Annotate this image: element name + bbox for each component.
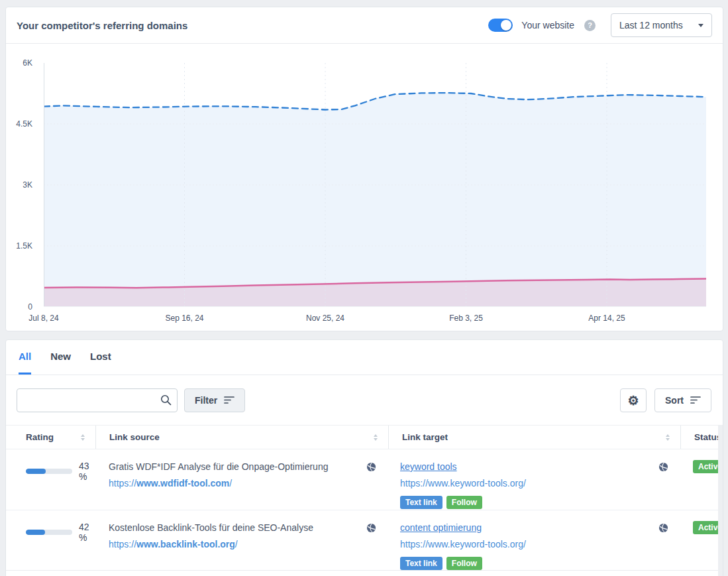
globe-icon[interactable]	[658, 523, 668, 570]
search-wrap	[17, 388, 178, 412]
tab-new[interactable]: New	[50, 340, 71, 374]
link-source-url[interactable]: https://www.wdfidf-tool.com/	[109, 477, 328, 490]
card-header: Your competitor's referring domains Your…	[6, 7, 723, 44]
x-axis-tick: Sep 16, 24	[165, 314, 203, 323]
globe-icon[interactable]	[366, 523, 376, 570]
search-icon	[160, 394, 172, 408]
y-axis-tick: 4.5K	[6, 119, 32, 129]
status-cell: Active	[680, 449, 723, 510]
link-target-cell: content optimierung https://www.keyword-…	[388, 510, 680, 570]
link-source-url[interactable]: https://www.backlink-tool.org/	[109, 538, 313, 551]
table-clip-strip	[718, 425, 723, 576]
chevron-down-icon	[698, 24, 703, 27]
globe-icon[interactable]	[658, 462, 668, 510]
filter-icon	[224, 395, 234, 406]
column-header-link-target[interactable]: Link target	[388, 426, 680, 449]
sort-button-label: Sort	[665, 395, 684, 406]
link-type-badge: Text link	[400, 496, 442, 509]
period-select[interactable]: Last 12 months	[611, 13, 712, 37]
follow-badge: Follow	[446, 496, 482, 509]
x-axis-tick: Jul 8, 24	[28, 314, 58, 323]
x-axis-tick: Feb 3, 25	[449, 314, 483, 323]
sort-button[interactable]: Sort	[654, 388, 711, 412]
rating-cell: 42 %	[6, 510, 95, 540]
link-type-badge: Text link	[400, 557, 442, 570]
status-cell: Active	[680, 510, 723, 570]
toggle-knob-icon	[501, 20, 511, 30]
period-select-value: Last 12 months	[619, 20, 683, 30]
globe-icon[interactable]	[366, 462, 376, 510]
link-target-anchor[interactable]: content optimierung	[400, 521, 482, 534]
link-target-url[interactable]: https://www.keyword-tools.org/	[400, 477, 526, 490]
filter-button-label: Filter	[195, 395, 217, 406]
toggle-label: Your website	[521, 20, 574, 30]
y-axis-tick: 3K	[6, 180, 32, 190]
your-website-toggle[interactable]	[488, 19, 513, 32]
table-body: 43 % Gratis WDF*IDF Analyse für die Onpa…	[6, 449, 723, 571]
badge-group: Text link Follow	[400, 496, 526, 509]
link-source-cell: Gratis WDF*IDF Analyse für die Onpage-Op…	[95, 449, 388, 510]
sort-caret-icon[interactable]	[666, 434, 670, 441]
table-row: 42 % Kostenlose Backlink-Tools für deine…	[6, 510, 723, 571]
link-target-url[interactable]: https://www.keyword-tools.org/	[400, 538, 526, 551]
y-axis-tick: 1.5K	[6, 241, 32, 251]
settings-button[interactable]: ⚙	[620, 388, 647, 412]
rating-progress-bar	[26, 530, 72, 535]
table-row: 43 % Gratis WDF*IDF Analyse für die Onpa…	[6, 449, 723, 510]
link-target-anchor[interactable]: keyword tools	[400, 460, 457, 473]
x-axis-tick: Apr 14, 25	[588, 314, 625, 323]
rating-value: 42 %	[79, 522, 95, 543]
page-title: Your competitor's referring domains	[17, 20, 187, 31]
gear-icon: ⚙	[627, 393, 639, 408]
link-source-cell: Kostenlose Backlink-Tools für deine SEO-…	[95, 510, 388, 570]
y-axis-tick: 0	[6, 302, 32, 312]
tab-all[interactable]: All	[19, 340, 31, 374]
column-header-link-source[interactable]: Link source	[95, 426, 388, 449]
filter-button[interactable]: Filter	[184, 388, 245, 412]
link-source-title: Kostenlose Backlink-Tools für deine SEO-…	[109, 521, 313, 534]
rating-progress-bar	[26, 469, 72, 474]
tab-lost[interactable]: Lost	[90, 340, 111, 374]
chart-region: 6K4.5K3K1.5K0Jul 8, 24Sep 16, 24Nov 25, …	[6, 44, 723, 331]
x-axis-tick: Nov 25, 24	[306, 314, 344, 323]
backlinks-card: All New Lost Filter ⚙ Sort R	[5, 339, 723, 576]
sort-caret-icon[interactable]	[81, 434, 85, 441]
y-axis-tick: 6K	[6, 58, 32, 68]
rating-value: 43 %	[79, 461, 95, 482]
rating-cell: 43 %	[6, 449, 95, 479]
table-header: Rating Link source Link target Status	[6, 425, 723, 449]
referring-domains-chart	[44, 63, 706, 307]
toolbar: Filter ⚙ Sort	[17, 388, 711, 412]
help-icon[interactable]: ?	[584, 20, 596, 31]
badge-group: Text link Follow	[400, 557, 526, 570]
tab-bar: All New Lost	[6, 340, 723, 375]
referring-domains-card: Your competitor's referring domains Your…	[5, 7, 723, 331]
column-header-status[interactable]: Status	[680, 426, 723, 449]
sort-caret-icon[interactable]	[374, 434, 378, 441]
link-source-title: Gratis WDF*IDF Analyse für die Onpage-Op…	[109, 460, 328, 473]
column-header-rating[interactable]: Rating	[6, 426, 95, 449]
search-input[interactable]	[17, 388, 178, 412]
follow-badge: Follow	[446, 557, 482, 570]
sort-icon	[690, 395, 701, 406]
link-target-cell: keyword tools https://www.keyword-tools.…	[388, 449, 680, 510]
